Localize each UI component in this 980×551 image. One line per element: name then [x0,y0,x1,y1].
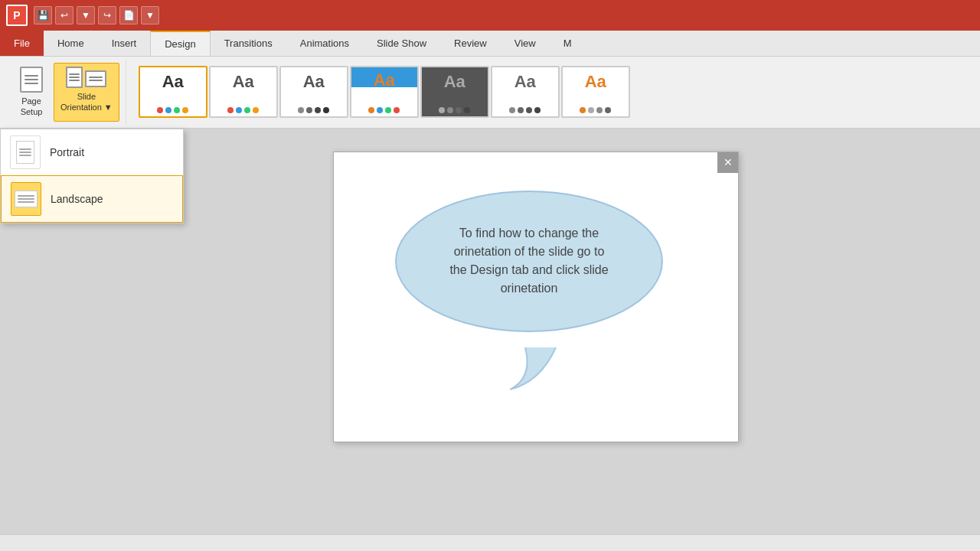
landscape-icon [11,182,41,216]
tab-home[interactable]: Home [44,31,98,56]
ribbon: File Home Insert Design Transitions Anim… [0,31,980,129]
undo-icon[interactable]: ↩ [55,6,74,24]
portrait-label: Portrait [50,146,84,158]
slide: ✕ To find how to change the orinetation … [333,152,739,442]
ribbon-tabs: File Home Insert Design Transitions Anim… [0,31,980,57]
themes-container: Aa Aa [136,63,633,121]
portrait-option[interactable]: Portrait [1,129,183,175]
undo-dropdown-icon[interactable]: ▼ [77,6,95,24]
tab-transitions[interactable]: Transitions [211,31,286,56]
app-icon: P [6,5,28,26]
theme-6[interactable]: Aa [491,66,560,118]
tab-more[interactable]: M [550,31,586,56]
theme-5[interactable]: Aa [420,66,489,118]
tab-insert[interactable]: Insert [98,31,151,56]
landscape-option[interactable]: Landscape [1,175,183,223]
title-bar: P 💾 ↩ ▼ ↪ 📄 ▼ [0,0,980,31]
ribbon-content: PageSetup [0,57,980,128]
print-icon[interactable]: 📄 [119,6,138,24]
orientation-dropdown: Portrait Landscape [0,129,184,223]
landscape-label: Landscape [51,193,103,205]
redo-icon[interactable]: ↪ [98,6,116,24]
tab-animations[interactable]: Animations [286,31,363,56]
speech-bubble: To find how to change the orinetation of… [395,191,686,359]
theme-3[interactable]: Aa [279,66,348,118]
tab-slideshow[interactable]: Slide Show [363,31,440,56]
theme-4[interactable]: Aa [350,66,419,118]
page-setup-button[interactable]: PageSetup [12,63,51,122]
more-icon[interactable]: ▼ [141,6,159,24]
save-icon[interactable]: 💾 [34,6,52,24]
theme-7[interactable]: Aa [561,66,630,118]
page-setup-group: PageSetup [6,60,126,125]
slide-panel: ✕ To find how to change the orinetation … [184,129,888,546]
portrait-icon [10,135,41,169]
theme-2[interactable]: Aa [209,66,278,118]
bubble-tail [510,347,571,393]
page-setup-icon [20,67,43,93]
close-button[interactable]: ✕ [717,152,739,173]
tab-view[interactable]: View [501,31,550,56]
slide-container: ✕ To find how to change the orinetation … [333,152,739,442]
tab-file[interactable]: File [0,31,44,56]
status-bar [0,534,980,551]
theme-1[interactable]: Aa [139,66,207,118]
tab-review[interactable]: Review [440,31,501,56]
quick-access-toolbar: 💾 ↩ ▼ ↪ 📄 ▼ [34,6,159,24]
slide-orientation-button[interactable]: SlideOrientation ▼ [54,63,119,122]
speech-bubble-text: To find how to change the orinetation of… [395,191,663,332]
tab-design[interactable]: Design [150,31,210,56]
right-panel [888,129,980,546]
themes-group: Aa Aa [129,60,639,124]
